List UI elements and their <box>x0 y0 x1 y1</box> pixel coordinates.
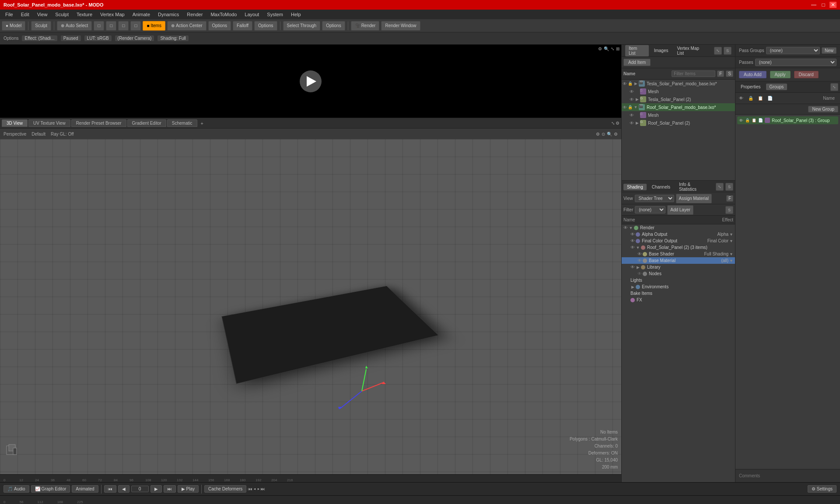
new-pass-btn[interactable]: New <box>822 47 836 54</box>
vis-render[interactable]: 👁 <box>623 225 628 230</box>
shading-expand-btn[interactable]: ⤡ <box>716 183 724 191</box>
add-layer-btn[interactable]: Add Layer <box>667 205 693 215</box>
settings-btn[interactable]: ⚙ Settings <box>808 485 836 493</box>
shader-item-library[interactable]: 👁 ▶ Library <box>622 264 735 270</box>
view-expand-btn[interactable]: ⤡ <box>611 121 615 126</box>
group-copy-icon[interactable]: 📋 <box>752 118 756 122</box>
falloff-btn[interactable]: Falloff <box>233 21 252 31</box>
group-item-roof[interactable]: 👁 🔒 📋 📄 Roof_Solar_Panel (3) : Group <box>737 116 838 124</box>
tab-info-stats[interactable]: Info & Statistics <box>676 181 712 192</box>
options1-btn[interactable]: Options <box>208 21 231 31</box>
prev-btn[interactable]: ◀ <box>118 485 130 493</box>
graph-editor-btn[interactable]: 📈 Graph Editor <box>31 485 70 493</box>
shader-item-render[interactable]: 👁 ▼ Render <box>622 224 735 231</box>
audio-btn[interactable]: 🎵 Audio <box>4 485 29 493</box>
play-btn[interactable]: ▶ Play <box>178 485 199 493</box>
play-button[interactable] <box>300 70 322 92</box>
default-label[interactable]: Default <box>32 132 46 136</box>
view-select[interactable]: Shader Tree <box>635 195 674 202</box>
shader-item-fx[interactable]: FX <box>622 297 735 303</box>
viewport[interactable]: Perspective Default Ray GL: Off ⚙ ⊙ 🔍 ⚙ <box>0 129 621 474</box>
render-window-btn[interactable]: Render Window <box>381 21 420 31</box>
tab-schematic[interactable]: Schematic <box>167 119 197 127</box>
pass-groups-select[interactable]: (none) <box>766 47 820 54</box>
group-lock-icon[interactable]: 🔒 <box>745 118 750 122</box>
base-material-dropdown[interactable]: ▼ <box>729 259 733 263</box>
vp-ctrl-1[interactable]: ⚙ <box>596 132 600 136</box>
next-next-btn[interactable]: ⏭ <box>164 485 176 493</box>
shader-item-alpha[interactable]: 👁 Alpha Output Alpha ▼ <box>622 231 735 238</box>
discard-btn[interactable]: Discard <box>794 71 819 78</box>
shader-item-final-color[interactable]: 👁 Final Color Output Final Color ▼ <box>622 238 735 244</box>
vp-ctrl-2[interactable]: ⊙ <box>602 132 605 136</box>
items-btn[interactable]: ■ Items <box>143 21 165 31</box>
tab-gradient-editor[interactable]: Gradient Editor <box>127 119 166 127</box>
vis-eye-roof-group[interactable]: 👁 <box>630 121 634 126</box>
group-vis-icon[interactable]: 👁 <box>739 118 743 123</box>
tab-properties[interactable]: Properties <box>737 84 764 90</box>
panel-lock-btn[interactable]: S <box>724 47 732 55</box>
perspective-label[interactable]: Perspective <box>4 132 26 136</box>
shader-item-lights[interactable]: Lights <box>622 277 735 284</box>
vis-lock-tesla[interactable]: 🔒 <box>628 81 633 86</box>
group-doc-icon[interactable]: 📄 <box>758 118 763 122</box>
next-btn[interactable]: ▶ <box>150 485 162 493</box>
base-shader-dropdown[interactable]: ▼ <box>729 252 733 256</box>
3d-grid-view[interactable]: No Items Polygons : Catmull-Clark Channe… <box>0 139 621 474</box>
shading-value[interactable]: Shading: Full <box>158 35 188 41</box>
mode-model-btn[interactable]: ● Model <box>2 21 25 31</box>
filter-select[interactable]: (none) <box>635 206 665 214</box>
final-color-dropdown[interactable]: ▼ <box>729 239 733 243</box>
vis-base-shader[interactable]: 👁 <box>637 252 642 256</box>
shader-item-bake[interactable]: Bake Items <box>622 290 735 297</box>
groups-expand-btn[interactable]: ⤡ <box>830 83 838 91</box>
render-btn[interactable]: 🎥 Render <box>351 21 380 31</box>
vis-nodes[interactable]: 👁 <box>637 271 642 276</box>
shading-lock-btn[interactable]: S <box>725 183 733 191</box>
panel-expand-btn[interactable]: ⤡ <box>714 47 722 55</box>
menu-help[interactable]: Help <box>287 11 304 18</box>
preview-ctrl-2[interactable]: 🔍 <box>604 46 609 51</box>
tab-render-preset[interactable]: Render Preset Browser <box>71 119 126 127</box>
menu-layout[interactable]: Layout <box>241 11 262 18</box>
icon-btn-3[interactable]: □ <box>118 21 129 31</box>
shader-item-environments[interactable]: ▶ Environments <box>622 284 735 290</box>
tab-groups[interactable]: Groups <box>766 84 788 90</box>
menu-maxtomodo[interactable]: MaxToModo <box>207 11 240 18</box>
options3-btn[interactable]: Options <box>322 21 345 31</box>
auto-add-btn[interactable]: Auto Add <box>739 71 766 78</box>
tab-shading[interactable]: Shading <box>623 184 647 190</box>
new-group-btn[interactable]: New Group <box>808 106 838 112</box>
maximize-btn[interactable]: □ <box>820 2 827 8</box>
menu-view[interactable]: View <box>34 11 51 18</box>
vp-ctrl-4[interactable]: ⚙ <box>614 132 618 136</box>
camera-value[interactable]: (Render Camera) <box>115 35 154 41</box>
menu-render[interactable]: Render <box>183 11 206 18</box>
filter-f-btn[interactable]: F <box>717 70 724 77</box>
animated-btn[interactable]: Animated <box>72 485 98 493</box>
options2-btn[interactable]: Options <box>254 21 277 31</box>
vis-alpha[interactable]: 👁 <box>630 232 635 237</box>
vis-library[interactable]: 👁 <box>630 265 635 270</box>
assign-material-btn[interactable]: Assign Material <box>676 194 712 203</box>
icon-btn-4[interactable]: □ <box>130 21 141 31</box>
apply-btn[interactable]: Apply <box>770 71 791 78</box>
tree-item-roof-group[interactable]: 👁 ▶ G Roof_Solar_Panel (2) <box>622 119 735 127</box>
filter-items-input[interactable] <box>672 70 715 77</box>
vis-roof-mat[interactable]: 👁 <box>630 245 635 250</box>
view-options-btn[interactable]: ⚙ <box>616 121 620 126</box>
select-through-btn[interactable]: Select Through <box>283 21 321 31</box>
auto-select-btn[interactable]: ⊕ Auto Select <box>57 21 92 31</box>
tree-item-tesla-scene[interactable]: 👁 🔒 ▶ 🎬 Tesla_Solar_Panel_modo_base.lxo* <box>622 80 735 88</box>
tab-channels[interactable]: Channels <box>648 184 674 190</box>
menu-system[interactable]: System <box>263 11 287 18</box>
passes-select[interactable]: (none) <box>755 59 836 66</box>
alpha-dropdown[interactable]: ▼ <box>729 232 733 237</box>
raygl-label[interactable]: Ray GL: Off <box>51 132 74 136</box>
vis-eye-roof-mesh[interactable]: 👁 <box>630 113 634 118</box>
vis-eye-tesla-group[interactable]: 👁 <box>630 97 634 102</box>
frame-input[interactable] <box>131 486 149 492</box>
preview-ctrl-3[interactable]: ⤡ <box>611 46 614 51</box>
preview-ctrl-4[interactable]: ⊞ <box>616 46 620 51</box>
prev-prev-btn[interactable]: ⏮ <box>104 485 116 493</box>
